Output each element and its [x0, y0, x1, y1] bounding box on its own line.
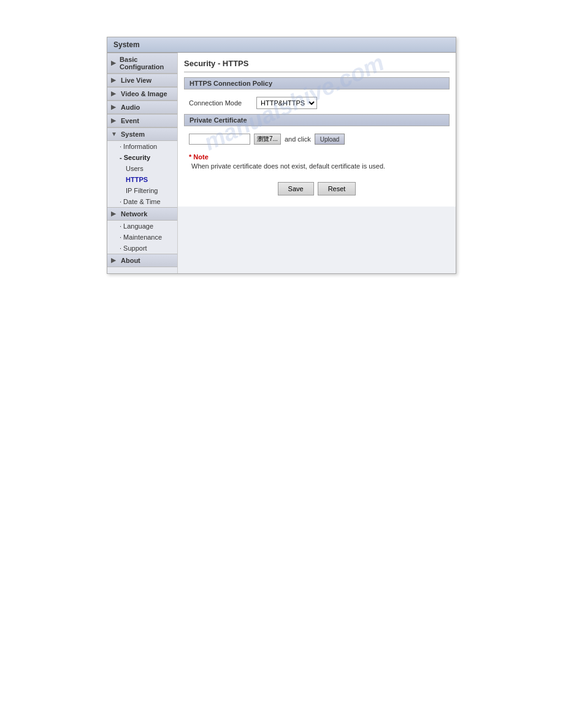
sidebar-label: About: [121, 257, 140, 264]
note-text: When private certificate does not exist,…: [189, 162, 445, 170]
expand-icon: ▶: [111, 104, 118, 111]
sidebar-item-date-time-label: · Date & Time: [120, 198, 161, 205]
sidebar-label: Basic Configuration: [120, 56, 174, 70]
note-section: * Note When private certificate does not…: [184, 151, 450, 172]
action-buttons: Save Reset: [184, 177, 450, 200]
sidebar-item-language-label: · Language: [120, 222, 153, 230]
sidebar-item-users-label: Users: [126, 165, 144, 172]
sidebar-item-security-label: - Security: [120, 154, 150, 161]
sidebar-item-maintenance-label: · Maintenance: [120, 233, 162, 241]
https-connection-policy-header: HTTPS Connection Policy: [184, 77, 450, 89]
expand-icon: ▶: [111, 77, 118, 84]
note-content: When private certificate does not exist,…: [191, 162, 385, 170]
connection-mode-row: Connection Mode HTTP HTTPS HTTP&HTTPS: [184, 94, 450, 112]
expand-icon: ▶: [111, 59, 117, 67]
collapse-icon: ▼: [111, 131, 118, 138]
system-window: System ▶ Basic Configuration ▶ Live View…: [107, 37, 456, 274]
cert-file-input[interactable]: [189, 134, 250, 145]
sidebar-item-about[interactable]: ▶ About: [107, 254, 177, 267]
upload-button[interactable]: Upload: [315, 134, 345, 145]
sidebar-item-support-label: · Support: [120, 245, 147, 252]
sidebar-item-https[interactable]: HTTPS: [107, 174, 177, 185]
expand-icon: ▶: [111, 257, 118, 264]
connection-mode-label: Connection Mode: [189, 99, 256, 107]
expand-icon: ▶: [111, 90, 118, 97]
reset-button[interactable]: Reset: [318, 182, 356, 195]
https-section-label: HTTPS Connection Policy: [190, 80, 272, 87]
sidebar-label: Audio: [121, 104, 140, 111]
expand-icon: ▶: [111, 117, 118, 124]
connection-mode-select[interactable]: HTTP HTTPS HTTP&HTTPS: [256, 97, 317, 109]
sidebar-item-audio[interactable]: ▶ Audio: [107, 100, 177, 114]
sidebar: ▶ Basic Configuration ▶ Live View ▶ Vide…: [107, 53, 178, 273]
sidebar-item-ip-filtering[interactable]: IP Filtering: [107, 185, 177, 196]
note-label: * Note: [189, 153, 445, 161]
save-button[interactable]: Save: [278, 182, 314, 195]
sidebar-item-https-label: HTTPS: [126, 176, 148, 183]
sidebar-item-information[interactable]: · Information: [107, 141, 177, 152]
sidebar-item-security[interactable]: - Security: [107, 152, 177, 163]
window-body: ▶ Basic Configuration ▶ Live View ▶ Vide…: [107, 53, 456, 273]
sidebar-item-system[interactable]: ▼ System: [107, 127, 177, 141]
and-click-label: and click: [285, 135, 311, 143]
window-title: System: [113, 40, 140, 49]
sidebar-item-video-image[interactable]: ▶ Video & Image: [107, 87, 177, 100]
page-wrapper: System ▶ Basic Configuration ▶ Live View…: [0, 0, 563, 728]
sidebar-item-information-label: · Information: [120, 143, 157, 150]
window-title-bar: System: [107, 37, 456, 53]
expand-icon: ▶: [111, 210, 118, 218]
sidebar-label: System: [121, 131, 145, 138]
private-certificate-header: Private Certificate: [184, 114, 450, 126]
sidebar-item-language[interactable]: · Language: [107, 221, 177, 232]
main-content: Security - HTTPS HTTPS Connection Policy…: [178, 53, 456, 207]
sidebar-item-ip-filtering-label: IP Filtering: [126, 187, 158, 194]
browse-button[interactable]: 瀏覽7...: [254, 134, 281, 145]
sidebar-label: Live View: [121, 77, 151, 84]
connection-mode-control: HTTP HTTPS HTTP&HTTPS: [256, 97, 317, 109]
sidebar-item-users[interactable]: Users: [107, 163, 177, 174]
sidebar-label: Event: [121, 117, 139, 124]
sidebar-item-maintenance[interactable]: · Maintenance: [107, 232, 177, 243]
sidebar-label: Video & Image: [121, 90, 167, 97]
cert-upload-row: 瀏覽7... and click Upload: [184, 131, 450, 147]
sidebar-item-live-view[interactable]: ▶ Live View: [107, 74, 177, 87]
sidebar-item-event[interactable]: ▶ Event: [107, 114, 177, 127]
sidebar-item-support[interactable]: · Support: [107, 243, 177, 254]
sidebar-item-basic-configuration[interactable]: ▶ Basic Configuration: [107, 53, 177, 74]
sidebar-item-date-time[interactable]: · Date & Time: [107, 196, 177, 207]
page-title: Security - HTTPS: [184, 59, 450, 72]
private-cert-label: Private Certificate: [190, 116, 247, 124]
sidebar-item-network[interactable]: ▶ Network: [107, 207, 177, 221]
sidebar-label: Network: [121, 210, 147, 218]
